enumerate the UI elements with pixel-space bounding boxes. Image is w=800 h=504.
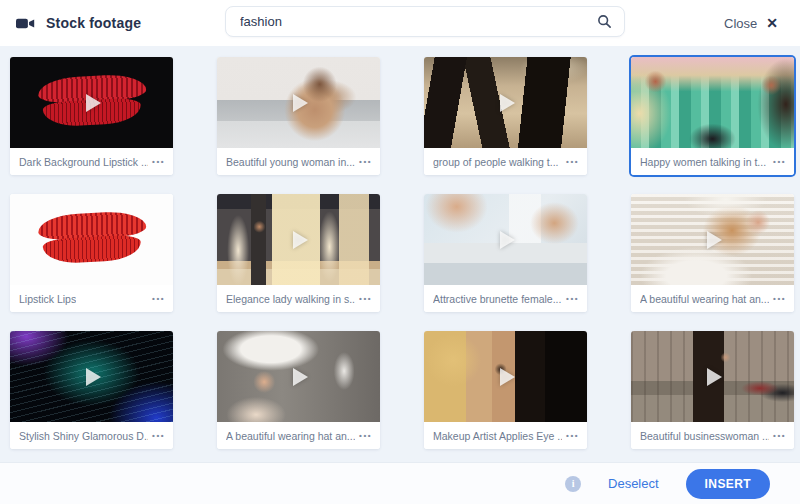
- stock-video-card[interactable]: Elegance lady walking in s... •••: [217, 194, 380, 312]
- play-icon: [707, 368, 722, 386]
- video-thumbnail[interactable]: [424, 194, 587, 285]
- close-button[interactable]: Close ✕: [724, 0, 778, 46]
- video-thumbnail[interactable]: [631, 194, 794, 285]
- more-options-icon[interactable]: •••: [769, 157, 786, 166]
- video-caption: group of people walking t... •••: [424, 148, 587, 175]
- video-caption: Beautiful young woman in... •••: [217, 148, 380, 175]
- more-options-icon[interactable]: •••: [769, 294, 786, 303]
- more-options-icon[interactable]: •••: [562, 431, 579, 440]
- search-icon[interactable]: [597, 14, 612, 29]
- more-options-icon[interactable]: •••: [355, 157, 372, 166]
- play-icon: [293, 231, 308, 249]
- video-thumbnail[interactable]: [10, 331, 173, 422]
- video-caption: Dark Background Lipstick ... •••: [10, 148, 173, 175]
- top-bar: Stock footage Close ✕: [0, 0, 800, 46]
- video-title: group of people walking t...: [433, 156, 559, 168]
- video-thumbnail[interactable]: [424, 57, 587, 148]
- stock-video-card[interactable]: Attractive brunette female... •••: [424, 194, 587, 312]
- video-caption: Lipstick Lips •••: [10, 285, 173, 312]
- bottom-bar: i Deselect INSERT: [0, 462, 800, 504]
- panel-title: Stock footage: [46, 15, 141, 31]
- play-icon: [293, 368, 308, 386]
- more-options-icon[interactable]: •••: [148, 294, 165, 303]
- video-caption: Makeup Artist Applies Eye ... •••: [424, 422, 587, 449]
- stock-video-card[interactable]: Beautiful young woman in... •••: [217, 57, 380, 175]
- stock-video-card[interactable]: Beautiful businesswoman ... •••: [631, 331, 794, 449]
- play-icon: [293, 94, 308, 112]
- video-camera-icon: [16, 17, 35, 30]
- video-thumbnail[interactable]: [631, 331, 794, 422]
- video-title: Elegance lady walking in s...: [226, 293, 355, 305]
- video-caption: A beautiful wearing hat an... •••: [217, 422, 380, 449]
- more-options-icon[interactable]: •••: [355, 294, 372, 303]
- video-thumbnail[interactable]: [424, 331, 587, 422]
- stock-video-card[interactable]: A beautiful wearing hat an... •••: [631, 194, 794, 312]
- stock-video-card[interactable]: Dark Background Lipstick ... •••: [10, 57, 173, 175]
- video-thumbnail[interactable]: [10, 194, 173, 285]
- stock-video-card[interactable]: Stylish Shiny Glamorous D... •••: [10, 331, 173, 449]
- video-title: Happy women talking in t...: [640, 156, 766, 168]
- video-thumbnail[interactable]: [217, 57, 380, 148]
- video-title: Makeup Artist Applies Eye ...: [433, 430, 562, 442]
- info-icon[interactable]: i: [565, 476, 581, 492]
- video-title: Stylish Shiny Glamorous D...: [19, 430, 148, 442]
- search-box[interactable]: [225, 6, 625, 37]
- play-icon: [86, 368, 101, 386]
- more-options-icon[interactable]: •••: [769, 431, 786, 440]
- video-caption: Stylish Shiny Glamorous D... •••: [10, 422, 173, 449]
- video-thumbnail[interactable]: [217, 194, 380, 285]
- video-title: Beautiful young woman in...: [226, 156, 355, 168]
- video-thumbnail[interactable]: [217, 331, 380, 422]
- stock-video-card[interactable]: group of people walking t... •••: [424, 57, 587, 175]
- video-title: A beautiful wearing hat an...: [226, 430, 355, 442]
- search-input[interactable]: [238, 13, 597, 30]
- video-caption: Happy women talking in t... •••: [631, 148, 794, 175]
- stock-video-card[interactable]: A beautiful wearing hat an... •••: [217, 331, 380, 449]
- video-thumbnail[interactable]: [631, 57, 794, 148]
- more-options-icon[interactable]: •••: [148, 431, 165, 440]
- stock-video-card[interactable]: Lipstick Lips •••: [10, 194, 173, 312]
- more-options-icon[interactable]: •••: [355, 431, 372, 440]
- insert-button[interactable]: INSERT: [686, 469, 770, 499]
- more-options-icon[interactable]: •••: [562, 157, 579, 166]
- play-icon: [500, 368, 515, 386]
- play-icon: [86, 94, 101, 112]
- play-icon: [500, 231, 515, 249]
- more-options-icon[interactable]: •••: [148, 157, 165, 166]
- stock-grid: Dark Background Lipstick ... ••• Beautif…: [10, 57, 794, 449]
- panel-brand: Stock footage: [16, 15, 141, 31]
- deselect-link[interactable]: Deselect: [608, 476, 659, 491]
- video-thumbnail[interactable]: [10, 57, 173, 148]
- video-caption: Beautiful businesswoman ... •••: [631, 422, 794, 449]
- stock-video-card[interactable]: Happy women talking in t... •••: [631, 57, 794, 175]
- close-label: Close: [724, 16, 757, 31]
- video-caption: Elegance lady walking in s... •••: [217, 285, 380, 312]
- video-title: Lipstick Lips: [19, 293, 76, 305]
- stock-video-card[interactable]: Makeup Artist Applies Eye ... •••: [424, 331, 587, 449]
- video-title: Beautiful businesswoman ...: [640, 430, 769, 442]
- play-icon: [500, 94, 515, 112]
- video-caption: A beautiful wearing hat an... •••: [631, 285, 794, 312]
- play-icon: [707, 231, 722, 249]
- video-title: Attractive brunette female...: [433, 293, 561, 305]
- video-title: A beautiful wearing hat an...: [640, 293, 769, 305]
- more-options-icon[interactable]: •••: [562, 294, 579, 303]
- close-icon: ✕: [766, 15, 778, 31]
- video-title: Dark Background Lipstick ...: [19, 156, 148, 168]
- video-caption: Attractive brunette female... •••: [424, 285, 587, 312]
